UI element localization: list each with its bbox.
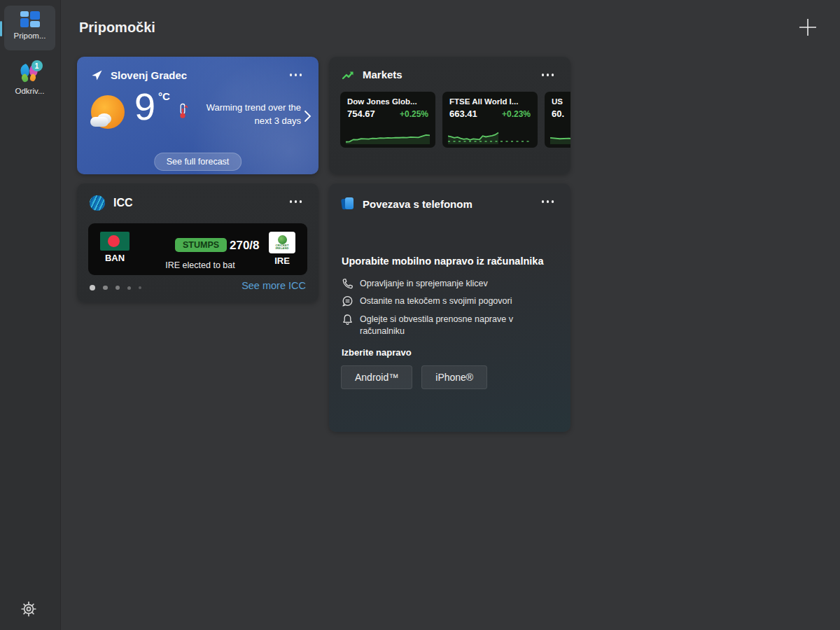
temperature-unit: °C <box>158 90 170 102</box>
thermometer-icon <box>178 103 188 122</box>
markets-more-options-button[interactable] <box>539 71 557 79</box>
gear-icon <box>20 600 38 618</box>
team-code: IRE <box>267 255 298 266</box>
discover-butterfly-icon: 1 <box>19 63 41 84</box>
temperature-value: 9 <box>134 85 155 128</box>
sparkline-chart <box>448 126 532 144</box>
message-bubble-icon <box>342 295 354 307</box>
weather-more-options-button[interactable] <box>287 71 305 79</box>
bangladesh-flag-icon <box>100 232 130 251</box>
sidebar: Pripom... 1 Odkriv... <box>0 0 61 630</box>
selected-tab-indicator <box>0 21 2 36</box>
phone-more-options-button[interactable] <box>539 197 557 206</box>
index-name: US <box>552 97 570 106</box>
team-ireland: CRICKET IRELAND IRE <box>267 232 298 266</box>
add-widget-button[interactable] <box>797 17 819 39</box>
sidebar-tab-widgets[interactable]: Pripom... <box>4 6 55 50</box>
iphone-button[interactable]: iPhone® <box>421 365 487 389</box>
page-title: Pripomočki <box>79 20 155 36</box>
sparkline-chart <box>550 126 570 144</box>
feature-notifications: Oglejte si obvestila prenosne naprave v … <box>342 314 552 338</box>
index-name: FTSE All World I... <box>449 97 531 106</box>
notification-badge: 1 <box>31 60 43 71</box>
market-tiles: Dow Jones Glob... 754.67 +0.25% FTSE All… <box>340 92 570 148</box>
index-value: 754.67 <box>347 108 375 119</box>
match-status-badge: STUMPS <box>175 238 227 252</box>
market-tile-us[interactable]: US 60. <box>545 92 570 148</box>
phone-heading: Uporabite mobilno napravo iz računalnika <box>342 255 543 267</box>
icc-logo-icon <box>90 195 105 211</box>
see-more-icc-link[interactable]: See more ICC <box>241 280 306 291</box>
icc-pagination-dots[interactable] <box>90 285 141 290</box>
sparkline-chart <box>346 126 430 144</box>
settings-button[interactable] <box>20 600 38 618</box>
phone-link-icon <box>341 197 355 211</box>
index-name: Dow Jones Glob... <box>347 97 428 106</box>
match-score-card[interactable]: BAN STUMPS 270/8 CRICKET IRELAND IRE IRE… <box>88 223 307 275</box>
index-change: +0.25% <box>400 109 428 119</box>
markets-title: Markets <box>363 69 402 80</box>
weather-location: Slovenj Gradec <box>111 69 187 81</box>
sidebar-tab-label: Pripom... <box>4 31 55 40</box>
mostly-sunny-icon <box>89 94 128 133</box>
cricket-ireland-logo-icon: CRICKET IRELAND <box>269 232 295 253</box>
match-score: 270/8 <box>230 239 260 253</box>
market-tile-ftse[interactable]: FTSE All World I... 663.41 +0.23% <box>442 92 538 148</box>
index-value: 60. <box>552 108 564 119</box>
feature-messages: Ostanite na tekočem s svojimi pogovori <box>342 295 552 307</box>
widgets-icon <box>20 11 40 29</box>
choose-device-label: Izberite napravo <box>342 347 412 358</box>
phone-feature-list: Opravljanje in sprejemanje klicev Ostani… <box>342 278 552 337</box>
phone-link-widget[interactable]: Povezava s telefonom Uporabite mobilno n… <box>329 183 570 432</box>
market-tile-dow-jones[interactable]: Dow Jones Glob... 754.67 +0.25% <box>340 92 435 148</box>
see-full-forecast-button[interactable]: See full forecast <box>154 153 242 171</box>
team-code: BAN <box>99 253 130 263</box>
bell-icon <box>342 314 354 326</box>
team-bangladesh: BAN <box>99 232 130 263</box>
phone-call-icon <box>342 278 354 290</box>
weather-widget[interactable]: Slovenj Gradec 9 °C Warming trend over t… <box>77 57 318 174</box>
feature-calls: Opravljanje in sprejemanje klicev <box>342 278 552 290</box>
android-button[interactable]: Android™ <box>341 365 412 389</box>
weather-summary: Warming trend over the next 3 days <box>188 102 301 128</box>
match-note: IRE elected to bat <box>130 260 270 270</box>
icc-cricket-widget[interactable]: ICC BAN STUMPS 270/8 CRICKET IRELAND IRE… <box>77 183 318 302</box>
location-arrow-icon <box>91 69 103 81</box>
index-value: 663.41 <box>449 108 477 119</box>
icc-more-options-button[interactable] <box>287 197 305 206</box>
index-change: +0.23% <box>502 109 531 119</box>
chevron-right-icon <box>304 110 312 125</box>
sidebar-tab-discover[interactable]: 1 Odkriv... <box>4 57 55 101</box>
sidebar-tab-label: Odkriv... <box>4 87 55 95</box>
markets-widget[interactable]: Markets Dow Jones Glob... 754.67 +0.25% … <box>329 57 570 174</box>
phone-link-title: Povezava s telefonom <box>363 198 472 210</box>
market-trend-icon <box>342 69 355 80</box>
icc-title: ICC <box>113 197 133 209</box>
plus-icon <box>797 17 818 38</box>
